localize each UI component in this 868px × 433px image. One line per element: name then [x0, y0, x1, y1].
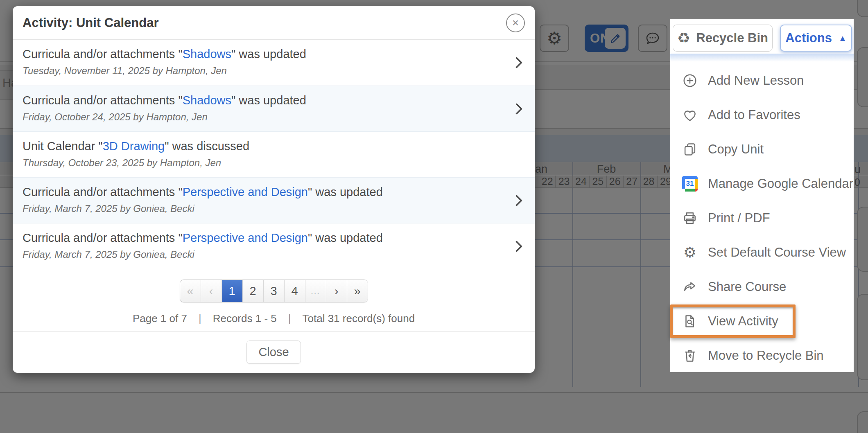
page-last-button[interactable]: » [347, 280, 368, 302]
menu-item-label: Print / PDF [708, 211, 770, 226]
activity-row[interactable]: Curricula and/or attachments "Shadows" w… [13, 86, 535, 131]
trash-restore-icon [681, 348, 699, 363]
menu-item-add-to-favorites[interactable]: Add to Favorites [670, 98, 854, 132]
activity-date: Tuesday, November 11, 2025 by Hampton, J… [23, 65, 502, 77]
modal-close-button[interactable]: × [506, 14, 525, 32]
recycle-bin-label: Recycle Bin [696, 31, 768, 45]
activity-text-post: " was updated [231, 47, 306, 61]
activity-link[interactable]: Perspective and Design [183, 231, 308, 244]
menu-item-label: Add to Favorites [708, 108, 800, 122]
menu-item-label: Copy Unit [708, 142, 764, 157]
chevron-right-icon[interactable] [511, 195, 522, 206]
activity-row: Unit Calendar "3D Drawing" was discussed… [13, 131, 535, 177]
modal-footer: Close [13, 331, 535, 373]
menu-item-label: View Activity [708, 314, 778, 329]
activity-row[interactable]: Curricula and/or attachments "Perspectiv… [13, 177, 535, 223]
activity-text-post: " was updated [308, 185, 383, 198]
page-ellipsis: ... [305, 280, 326, 302]
activity-text: Unit Calendar "3D Drawing" was discussed [23, 139, 502, 153]
activity-text-pre: Curricula and/or attachments " [23, 94, 183, 107]
separator: | [288, 312, 291, 325]
close-icon: × [512, 16, 519, 29]
gear-icon: ⚙ [681, 245, 699, 260]
separator: | [199, 312, 201, 325]
activity-text-pre: Curricula and/or attachments " [23, 185, 183, 198]
page-4-button[interactable]: 4 [285, 280, 305, 302]
caret-up-icon: ▲ [839, 34, 847, 43]
plus-circle-icon [681, 73, 699, 88]
records-range: Records 1 - 5 [213, 312, 277, 325]
menu-item-set-default-course-view[interactable]: ⚙ Set Default Course View [670, 235, 854, 270]
chevron-right-icon[interactable] [511, 57, 522, 68]
printer-icon [681, 210, 699, 226]
activity-text-pre: Curricula and/or attachments " [23, 231, 183, 244]
activity-text-pre: Unit Calendar " [23, 140, 103, 153]
modal-title: Activity: Unit Calendar [23, 16, 506, 30]
page-2-button[interactable]: 2 [243, 280, 264, 302]
activity-modal: Activity: Unit Calendar × Curricula and/… [13, 6, 535, 373]
menu-item-label: Add New Lesson [708, 73, 804, 88]
modal-header: Activity: Unit Calendar × [13, 6, 535, 40]
share-arrow-icon [681, 279, 699, 295]
menu-item-label: Manage Google Calendar [708, 176, 853, 191]
activity-text: Curricula and/or attachments "Shadows" w… [23, 47, 502, 61]
records-total: Total 31 record(s) found [303, 312, 415, 325]
actions-menu: Add New Lesson Add to Favorites Copy Uni… [670, 63, 854, 373]
menu-item-copy-unit[interactable]: Copy Unit [670, 132, 854, 167]
chevron-right-icon[interactable] [511, 103, 522, 115]
menu-item-label: Share Course [708, 280, 786, 294]
activity-text-pre: Curricula and/or attachments " [23, 47, 183, 61]
activity-date: Friday, March 7, 2025 by Goniea, Becki [23, 203, 502, 214]
activity-text-post: " was updated [231, 94, 306, 107]
page-next-button[interactable]: › [326, 280, 347, 302]
menu-item-label: Move to Recycle Bin [708, 348, 824, 363]
activity-text: Curricula and/or attachments "Shadows" w… [23, 93, 502, 108]
pagination-group: « ‹ 1 2 3 4 ... › » [180, 280, 368, 302]
activity-date: Friday, October 24, 2025 by Hampton, Jen [23, 111, 502, 123]
heart-icon [681, 107, 699, 123]
actions-label: Actions [785, 31, 832, 45]
activity-text: Curricula and/or attachments "Perspectiv… [23, 185, 502, 199]
page: Ha ⚙ ON an Feb M 22 [0, 0, 868, 433]
menu-item-add-new-lesson[interactable]: Add New Lesson [670, 63, 854, 98]
menu-item-view-activity[interactable]: View Activity [670, 304, 796, 338]
activity-text-post: " was updated [308, 231, 383, 244]
page-count: Page 1 of 7 [133, 312, 187, 325]
actions-dropdown-panel: ♻ Recycle Bin Actions ▲ Add New Lesson A… [670, 19, 854, 372]
menu-item-share-course[interactable]: Share Course [670, 270, 854, 304]
activity-link[interactable]: 3D Drawing [103, 140, 165, 153]
activity-link[interactable]: Shadows [183, 94, 231, 107]
activity-date: Thursday, October 23, 2025 by Hampton, J… [23, 157, 502, 169]
activity-row[interactable]: Curricula and/or attachments "Shadows" w… [13, 40, 535, 86]
recycle-bin-button[interactable]: ♻ Recycle Bin [673, 25, 773, 52]
page-first-button: « [180, 280, 201, 302]
menu-item-move-to-recycle-bin[interactable]: Move to Recycle Bin [670, 338, 854, 373]
dropdown-shadow [670, 54, 854, 63]
activity-text-post: " was discussed [165, 140, 249, 153]
activity-link[interactable]: Shadows [183, 47, 231, 61]
chevron-right-icon[interactable] [511, 241, 522, 252]
menu-item-label: Set Default Course View [708, 245, 846, 260]
activity-date: Friday, March 7, 2025 by Goniea, Becki [23, 249, 502, 260]
actions-button[interactable]: Actions ▲ [780, 25, 852, 52]
document-search-icon [681, 313, 699, 329]
activity-link[interactable]: Perspective and Design [183, 185, 308, 198]
activity-text: Curricula and/or attachments "Perspectiv… [23, 230, 502, 245]
pagination-summary: Page 1 of 7 | Records 1 - 5 | Total 31 r… [13, 312, 535, 325]
google-calendar-icon: 31 [681, 176, 699, 192]
page-1-button[interactable]: 1 [222, 280, 243, 302]
activity-row[interactable]: Curricula and/or attachments "Perspectiv… [13, 223, 535, 269]
copy-icon [681, 142, 699, 157]
page-prev-button: ‹ [201, 280, 222, 302]
menu-item-manage-google-calendar[interactable]: 31 Manage Google Calendar [670, 167, 854, 201]
close-button[interactable]: Close [246, 341, 301, 364]
menu-item-print-pdf[interactable]: Print / PDF [670, 201, 854, 235]
page-3-button[interactable]: 3 [264, 280, 285, 302]
recycle-icon: ♻ [677, 31, 690, 45]
pagination: « ‹ 1 2 3 4 ... › » [13, 280, 535, 302]
